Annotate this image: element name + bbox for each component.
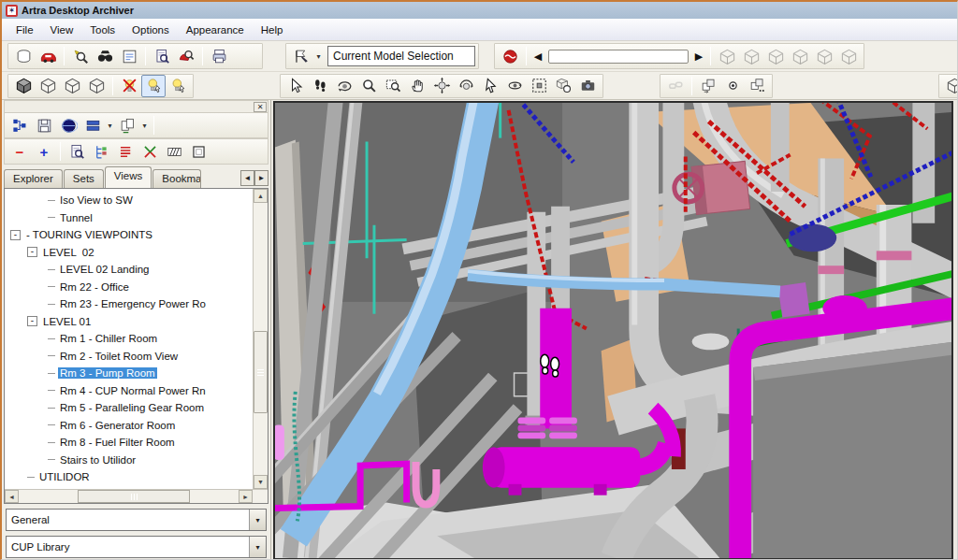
view-cube-3-button[interactable] <box>84 75 109 97</box>
zoom-button[interactable] <box>356 75 381 97</box>
model-cube-3-button[interactable] <box>763 45 788 67</box>
compare-models-button[interactable] <box>696 75 720 97</box>
tree-item[interactable]: Rm 1 - Chiller Room <box>5 330 243 348</box>
panel-close-button[interactable]: ✕ <box>254 102 267 112</box>
tree-item[interactable]: -- TOURING VIEWPOINTS <box>5 226 243 244</box>
add-viewpoint-button[interactable]: + <box>32 140 56 163</box>
light-select-button[interactable] <box>166 75 190 97</box>
menu-view[interactable]: View <box>42 22 82 38</box>
select-pointer-button[interactable] <box>283 75 308 97</box>
turntable-button[interactable] <box>502 75 527 97</box>
tree-item[interactable]: Tunnel <box>5 209 243 227</box>
tree-expander[interactable]: - <box>27 247 37 257</box>
tree-item[interactable]: Rm 8 - Fuel Filter Room <box>5 434 243 452</box>
model-cube-6-button[interactable] <box>836 45 861 67</box>
link-disabled-button[interactable] <box>663 75 688 97</box>
library-combo[interactable]: General ▾ <box>6 509 267 531</box>
tab-views[interactable]: Views <box>105 166 152 188</box>
copy-dropdown[interactable]: ▾ <box>139 122 150 130</box>
scroll-left-button[interactable]: ◄ <box>5 490 19 503</box>
zoom-extents-button[interactable] <box>527 75 551 97</box>
perspective-box-button[interactable] <box>551 75 575 97</box>
tree-item[interactable]: Rm 23 - Emergency Power Ro <box>5 295 243 313</box>
export-viewpoints-button[interactable] <box>80 114 105 136</box>
tree-item[interactable]: Rm 22 - Office <box>5 279 243 296</box>
tree-item[interactable]: -LEVEL 01 <box>5 313 243 331</box>
animation-forward-button[interactable]: ▶ <box>691 50 706 63</box>
print-button[interactable] <box>207 45 231 67</box>
tab-scroll-left-button[interactable]: ◄ <box>240 170 254 186</box>
library-combo-arrow[interactable]: ▾ <box>249 510 266 530</box>
view-cube-1-button[interactable] <box>36 75 60 97</box>
tree-vertical-scrollbar[interactable]: ▲ ▼ <box>253 189 268 489</box>
scroll-right-button[interactable]: ► <box>239 490 253 503</box>
remove-viewpoint-button[interactable]: − <box>7 140 32 163</box>
animation-slider[interactable] <box>548 50 689 64</box>
pan-button[interactable] <box>405 75 429 97</box>
model-cube-1-button[interactable] <box>715 45 739 67</box>
tree-item[interactable]: Iso View to SW <box>5 192 243 209</box>
tree-item[interactable]: UTILIDOR <box>5 468 243 486</box>
vehicle-button[interactable] <box>36 45 60 67</box>
menu-options[interactable]: Options <box>123 22 178 38</box>
scroll-down-button[interactable]: ▼ <box>254 475 268 489</box>
select-area-button[interactable] <box>478 75 502 97</box>
copy-viewpoints-button[interactable] <box>115 114 139 136</box>
category-combo-arrow[interactable]: ▾ <box>249 537 266 557</box>
tree-item[interactable]: Rm 4 - CUP Normal Power Rn <box>5 382 243 400</box>
menu-help[interactable]: Help <box>253 22 292 38</box>
merge-button[interactable] <box>138 140 162 163</box>
archive-model-button[interactable] <box>11 45 36 67</box>
artra-logo-button[interactable] <box>498 45 522 67</box>
tree-item[interactable]: Rm 3 - Pump Room <box>5 365 243 382</box>
find-binoculars-button[interactable] <box>93 45 117 67</box>
properties-form-button[interactable] <box>117 45 141 67</box>
update-viewpoint-button[interactable] <box>56 114 80 136</box>
category-combo[interactable]: CUP Library ▾ <box>6 536 267 558</box>
menu-tools[interactable]: Tools <box>81 22 123 38</box>
lights-off-button[interactable] <box>117 75 141 97</box>
print-preview-button[interactable] <box>150 45 174 67</box>
tree-expander[interactable]: - <box>10 230 21 240</box>
viewport-3d-scene[interactable] <box>275 103 951 558</box>
save-viewpoint-button[interactable] <box>32 114 56 136</box>
model-cube-4-button[interactable] <box>788 45 812 67</box>
model-cube-2-button[interactable] <box>739 45 763 67</box>
tab-explorer[interactable]: Explorer <box>4 169 63 188</box>
camera-button[interactable] <box>575 75 600 97</box>
tree-item[interactable]: Rm 6 - Generator Room <box>5 417 243 435</box>
export-dropdown[interactable]: ▾ <box>105 122 115 130</box>
search-review-button[interactable] <box>174 45 198 67</box>
hierarchy-view-button[interactable] <box>7 114 32 136</box>
title-bar[interactable]: ✶ Artra Desktop Archiver <box>2 2 957 19</box>
list-view-button[interactable] <box>113 140 138 163</box>
tree-item[interactable]: Stairs to Utilidor <box>5 452 243 469</box>
navigation-ball-button[interactable] <box>429 75 454 97</box>
view-cube-2-button[interactable] <box>60 75 84 97</box>
selection-flag-dropdown[interactable]: ▾ <box>313 52 324 61</box>
zoom-window-button[interactable] <box>381 75 405 97</box>
tree-horizontal-scrollbar[interactable]: ◄ ► <box>5 489 268 503</box>
tab-scroll-right-button[interactable]: ► <box>254 170 269 186</box>
light-select-on-button[interactable] <box>141 75 166 97</box>
tree-item[interactable]: -LEVEL 02 <box>5 244 243 262</box>
model-selection-box[interactable]: Current Model Selection <box>327 46 475 66</box>
organize-button[interactable] <box>89 140 113 163</box>
frame-button[interactable] <box>186 140 210 163</box>
visibility-button[interactable] <box>720 75 745 97</box>
walk-button[interactable] <box>308 75 332 97</box>
scroll-up-button[interactable]: ▲ <box>254 189 268 203</box>
horizontal-scroll-thumb[interactable] <box>78 490 190 503</box>
menu-file[interactable]: File <box>7 22 42 38</box>
tree-item[interactable]: Rm 5 - Paralleling Gear Room <box>5 399 243 417</box>
selection-flag-button[interactable] <box>289 45 313 67</box>
animation-back-button[interactable]: ◀ <box>530 50 545 63</box>
look-around-button[interactable] <box>454 75 478 97</box>
view-cube-solid-button[interactable] <box>11 75 36 97</box>
clipped-edge-button[interactable] <box>942 75 958 97</box>
tree-expander[interactable]: - <box>27 316 37 326</box>
tree-item[interactable]: Rm 2 - Toilet Room View <box>5 348 243 366</box>
tab-sets[interactable]: Sets <box>64 169 104 188</box>
tree-item[interactable]: LEVEL 02 Landing <box>5 261 243 279</box>
preview-button[interactable] <box>65 140 89 163</box>
